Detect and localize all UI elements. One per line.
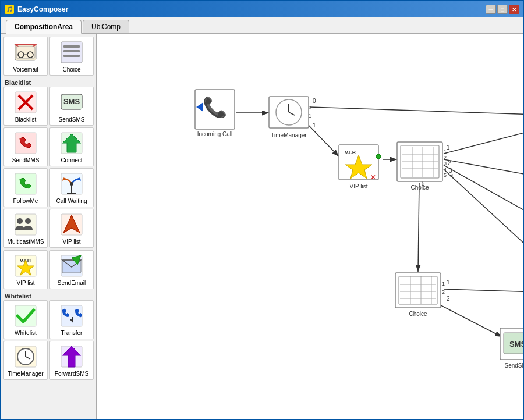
connect-icon (13, 171, 38, 197)
multicastmms-icon (59, 212, 84, 237)
sidebar-item-forwardsms[interactable]: ForwardSMS (49, 341, 94, 380)
disconnect-icon (13, 130, 38, 156)
svg-text:📞: 📞 (203, 95, 228, 119)
sidebar-item-followme[interactable]: Call Waiting (49, 168, 94, 207)
svg-text:1: 1 (309, 113, 311, 119)
svg-line-47 (304, 120, 339, 156)
svg-text:VIP list: VIP list (350, 183, 368, 190)
svg-line-58 (418, 183, 419, 272)
sendmms-icon (59, 130, 84, 156)
sidebar-item-transfer[interactable]: Transfer (49, 300, 94, 339)
svg-text:Incoming Call: Incoming Call (197, 131, 233, 137)
sidebar-item-disconnect[interactable]: SendMMS (3, 127, 48, 166)
tab-ubicomp[interactable]: UbiComp (83, 20, 129, 33)
sidebar-timemanager-label: TimeManager (8, 371, 43, 377)
svg-rect-19 (15, 173, 36, 194)
svg-text:0: 0 (313, 98, 316, 104)
voicemail-icon (13, 40, 38, 65)
svg-text:2: 2 (447, 296, 450, 302)
sidebar-connect-label: FollowMe (13, 198, 38, 204)
sidebar-item-voicemail[interactable]: Voicemail (3, 37, 48, 76)
svg-text:SMS: SMS (63, 97, 80, 106)
svg-text:SendSMS: SendSMS (504, 362, 523, 369)
svg-point-80 (376, 154, 381, 159)
svg-line-54 (444, 165, 523, 237)
sidebar-item-callwaiting[interactable]: MulticastMMS (3, 209, 48, 248)
app-icon: 🎵 (5, 5, 14, 14)
svg-line-50 (444, 120, 523, 154)
svg-text:TimeManager: TimeManager (271, 132, 307, 138)
sidebar-voicemail-label: Voicemail (13, 66, 38, 73)
viplist-node[interactable]: V.I.P. VIP list ✕ (339, 145, 381, 190)
svg-text:1: 1 (444, 149, 447, 155)
sidebar-item-connect[interactable]: FollowMe (3, 168, 48, 207)
svg-rect-22 (15, 214, 36, 235)
sidebar-viplist-label: VIP list (17, 280, 35, 286)
sidebar-item-sendmms[interactable]: Connect (49, 127, 94, 166)
sendemail-icon (59, 253, 84, 279)
sidebar-forwardsms-label: ForwardSMS (55, 371, 88, 377)
svg-rect-7 (63, 45, 80, 48)
viplist-icon: V.I.P. (13, 253, 38, 279)
sidebar-item-whitelist[interactable]: Whitelist (3, 300, 48, 339)
svg-rect-9 (63, 55, 80, 57)
tab-composition[interactable]: CompositionArea (6, 20, 82, 34)
svg-text:3: 3 (444, 161, 447, 166)
sidebar-choice-label: Choice (62, 66, 80, 73)
whitelist-section-label: Whitelist (3, 291, 94, 300)
window-controls: ─ □ ✕ (486, 5, 519, 14)
transfer-icon (59, 303, 84, 329)
sidebar: Voicemail Choice Blacklist (1, 34, 97, 419)
tabs-bar: CompositionArea UbiComp (1, 17, 523, 34)
sidebar-item-sendemail[interactable]: SendEmail (49, 250, 94, 289)
canvas-area[interactable]: 0 1 1 2 3 4 5 (97, 34, 523, 419)
sidebar-sendemail-label: SendEmail (58, 280, 86, 286)
svg-text:1: 1 (447, 144, 450, 151)
sidebar-item-multicastmms[interactable]: VIP list (49, 209, 94, 248)
svg-text:1: 1 (447, 279, 450, 286)
sidebar-callwaiting-label: MulticastMMS (8, 239, 44, 245)
svg-line-52 (444, 159, 523, 183)
sidebar-multicastmms-label: VIP list (63, 239, 81, 245)
sidebar-sendmms-label: Connect (61, 157, 82, 163)
svg-text:V.I.P.: V.I.P. (345, 150, 356, 155)
forwardsms-icon (59, 344, 84, 369)
sidebar-item-sendsms[interactable]: SMS SendSMS (49, 87, 94, 126)
sidebar-item-viplist[interactable]: V.I.P. VIP list (3, 250, 48, 289)
timemanager-node[interactable]: TimeManager 0 1 (269, 97, 311, 138)
sidebar-item-choice[interactable]: Choice (49, 37, 94, 76)
sidebar-item-timemanager[interactable]: TimeManager (3, 341, 48, 380)
sidebar-blacklist-label: Blacklist (15, 116, 37, 123)
minimize-button[interactable]: ─ (486, 5, 496, 14)
incoming-call-node[interactable]: 📞 Incoming Call (195, 90, 235, 137)
svg-point-23 (17, 218, 23, 224)
svg-text:4: 4 (450, 173, 454, 180)
svg-text:5: 5 (444, 172, 447, 178)
svg-text:2: 2 (442, 289, 445, 295)
sidebar-whitelist-label: Whitelist (15, 330, 37, 336)
svg-rect-96 (395, 273, 441, 308)
svg-text:Choice: Choice (410, 184, 429, 191)
svg-text:2: 2 (448, 160, 451, 166)
sidebar-sendsms-label: SendSMS (58, 116, 84, 123)
svg-text:4: 4 (444, 166, 447, 172)
svg-text:1: 1 (442, 281, 445, 287)
whitelist-icon (13, 303, 38, 329)
sidebar-item-blacklist[interactable]: Blacklist (3, 87, 48, 126)
title-bar: 🎵 EasyComposer ─ □ ✕ (1, 1, 523, 17)
choice2-node[interactable]: Choice 1 2 (395, 273, 445, 317)
svg-rect-16 (15, 133, 36, 154)
svg-line-60 (444, 289, 523, 293)
sidebar-transfer-label: Transfer (61, 330, 83, 336)
close-button[interactable]: ✕ (509, 5, 519, 14)
svg-text:✕: ✕ (370, 173, 376, 181)
maximize-button[interactable]: □ (497, 5, 508, 14)
svg-text:1: 1 (313, 122, 316, 129)
timemanager-sidebar-icon (13, 344, 38, 369)
followme-icon (59, 171, 84, 197)
svg-line-62 (432, 301, 502, 337)
main-window: 🎵 EasyComposer ─ □ ✕ CompositionArea Ubi… (0, 0, 524, 420)
svg-point-24 (25, 218, 31, 224)
sendsms-node[interactable]: SMS SendSMS (500, 328, 523, 369)
choice-icon (59, 40, 84, 65)
